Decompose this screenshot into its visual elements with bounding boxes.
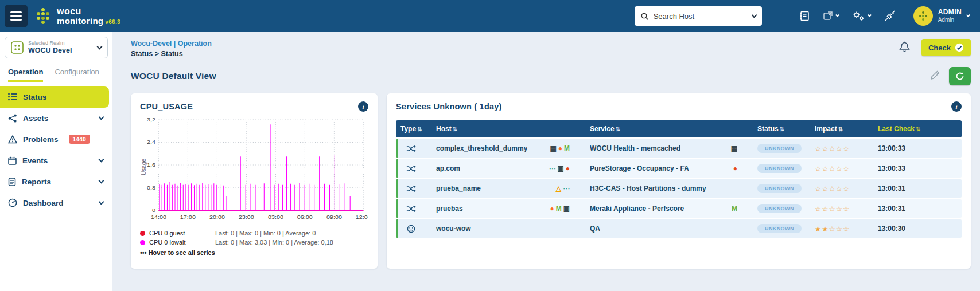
- hamburger-menu-button[interactable]: [5, 5, 28, 27]
- meraki-icon: M: [556, 205, 563, 213]
- edit-pencil-button[interactable]: [930, 70, 940, 82]
- service-name-link[interactable]: PureStorage - Occupancy - FA: [590, 164, 689, 172]
- sidebar-item-dashboard[interactable]: Dashboard: [0, 192, 112, 214]
- user-menu[interactable]: ADMIN Admin: [913, 6, 970, 26]
- chevron-down-icon[interactable]: [966, 13, 970, 17]
- tab-operation[interactable]: Operation: [8, 68, 43, 82]
- star-empty-icon: ☆: [843, 205, 850, 213]
- problems-count-badge: 1440: [69, 135, 90, 144]
- status-cell: UNKNOWN: [753, 159, 810, 178]
- column-header-impact[interactable]: Impact⇅: [810, 120, 873, 137]
- status-cell: UNKNOWN: [753, 139, 810, 158]
- svg-text:06:00: 06:00: [297, 214, 313, 221]
- settings-gears-button[interactable]: [851, 10, 871, 22]
- service-cell: Meraki Appliance - PerfscoreM: [585, 199, 753, 218]
- chevron-down-icon: [868, 13, 872, 17]
- host-name-link[interactable]: pruebas: [436, 205, 463, 213]
- column-header-host[interactable]: Host⇅: [431, 120, 585, 137]
- chevron-down-icon[interactable]: [97, 44, 103, 49]
- external-window-button[interactable]: [823, 11, 839, 21]
- table-row[interactable]: wocu-wowQAUNKNOWN★★☆☆☆13:00:30: [396, 219, 962, 238]
- check-button-label: Check: [928, 44, 951, 52]
- sidebar-item-events[interactable]: Events: [0, 150, 112, 171]
- star-empty-icon: ☆: [815, 185, 822, 193]
- shuffle-icon: [406, 164, 416, 173]
- cpu-usage-chart[interactable]: 14:0017:0020:0023:0003:0006:0009:0012:00…: [140, 115, 368, 226]
- service-name-link[interactable]: Meraki Appliance - Perfscore: [590, 205, 684, 213]
- host-cell: wocu-wow: [431, 219, 585, 238]
- cpu-card-title: CPU_USAGE: [140, 102, 193, 111]
- legend-color-dot-icon: [140, 231, 145, 236]
- meraki-icon: M: [564, 144, 571, 152]
- star-filled-icon: ★: [815, 225, 822, 233]
- svg-text:17:00: 17:00: [180, 214, 196, 221]
- svg-text:12:00: 12:00: [356, 214, 368, 221]
- star-empty-icon: ☆: [815, 145, 822, 153]
- type-cell: [396, 219, 431, 238]
- chevron-down-icon[interactable]: [751, 13, 757, 18]
- sidebar-item-assets[interactable]: Assets: [0, 108, 112, 129]
- chevron-down-icon: [835, 13, 839, 17]
- breadcrumb-link[interactable]: Wocu-Devel | Operation: [131, 40, 212, 48]
- realm-selector[interactable]: Selected Realm WOCU Devel: [5, 37, 108, 58]
- column-header-service[interactable]: Service⇅: [585, 120, 753, 137]
- legend-color-dot-icon: [140, 240, 145, 245]
- star-empty-icon: ☆: [822, 145, 829, 153]
- table-row[interactable]: pruebas●M▣Meraki Appliance - PerfscoreMU…: [396, 199, 962, 218]
- star-empty-icon: ☆: [843, 145, 850, 153]
- host-name-link[interactable]: complex_threshold_dummy: [436, 144, 527, 152]
- dots-icon: ⋯: [549, 164, 557, 172]
- column-header-type[interactable]: Type⇅: [396, 120, 431, 137]
- table-row[interactable]: complex_threshold_dummy▦●MWOCU Health - …: [396, 139, 962, 158]
- legend-item[interactable]: CPU 0 iowaitLast: 0 | Max: 3,03 | Min: 0…: [140, 239, 368, 246]
- info-icon[interactable]: i: [358, 101, 368, 112]
- type-cell: [396, 199, 431, 218]
- refresh-button[interactable]: [949, 67, 971, 85]
- legend-more[interactable]: ••• Hover to see all series: [140, 249, 368, 256]
- notifications-bell-button[interactable]: [899, 41, 910, 54]
- legend-item[interactable]: CPU 0 guestLast: 0 | Max: 0 | Min: 0 | A…: [140, 230, 368, 237]
- app-logo: wocu monitoringv66.3: [34, 7, 120, 26]
- service-name-link[interactable]: H3C-CAS - Host Partitions - dummy: [590, 184, 706, 192]
- service-name-link[interactable]: WOCU Health - memcached: [590, 144, 680, 152]
- check-button[interactable]: Check: [921, 39, 971, 56]
- user-role: Admin: [938, 17, 962, 23]
- sidebar-item-reports[interactable]: Reports: [0, 171, 112, 192]
- search-value: Search Host: [654, 12, 748, 21]
- table-row[interactable]: ap.com⋯▣●PureStorage - Occupancy - FA●UN…: [396, 159, 962, 178]
- calendar-icon: [8, 156, 17, 165]
- type-cell: [396, 139, 431, 158]
- tab-configuration[interactable]: Configuration: [55, 68, 99, 82]
- impact-cell: ☆☆☆☆☆: [810, 199, 873, 218]
- swirl-icon: ●: [733, 164, 739, 172]
- services-card-title: Services Unknown ( 1day): [396, 102, 502, 111]
- docs-book-button[interactable]: [799, 10, 810, 22]
- sort-icon: ⇅: [916, 126, 920, 132]
- chevron-down-icon: [99, 178, 104, 184]
- disconnect-plug-button[interactable]: [884, 10, 896, 22]
- host-name-link[interactable]: prueba_name: [436, 184, 481, 192]
- host-cell: prueba_name△⋯: [431, 179, 585, 198]
- star-empty-icon: ☆: [822, 205, 829, 213]
- fox-icon: ●: [558, 144, 564, 152]
- column-header-status[interactable]: Status⇅: [753, 120, 810, 137]
- host-icons: ●M▣: [550, 205, 581, 213]
- service-name-link[interactable]: QA: [590, 225, 600, 233]
- column-header-last-check[interactable]: Last Check⇅: [873, 120, 962, 137]
- sidebar-item-status[interactable]: Status: [0, 86, 109, 108]
- host-cell: complex_threshold_dummy▦●M: [431, 139, 585, 158]
- last-check-cell: 13:00:33: [873, 139, 962, 158]
- host-icons: ▦●M: [550, 144, 581, 152]
- status-badge: UNKNOWN: [757, 184, 802, 193]
- host-name-link[interactable]: wocu-wow: [436, 225, 471, 233]
- sidebar-item-problems[interactable]: Problems 1440: [0, 129, 112, 150]
- info-icon[interactable]: i: [951, 101, 962, 112]
- svg-text:0: 0: [152, 207, 155, 214]
- table-row[interactable]: prueba_name△⋯H3C-CAS - Host Partitions -…: [396, 179, 962, 198]
- host-search-combobox[interactable]: Search Host: [635, 6, 762, 26]
- swirl-icon: ●: [566, 164, 571, 172]
- host-name-link[interactable]: ap.com: [436, 164, 460, 172]
- sidebar-item-label: Events: [22, 156, 48, 165]
- shuffle-icon: [406, 205, 416, 213]
- sidebar-nav: Status Assets Problems 1440: [0, 86, 112, 214]
